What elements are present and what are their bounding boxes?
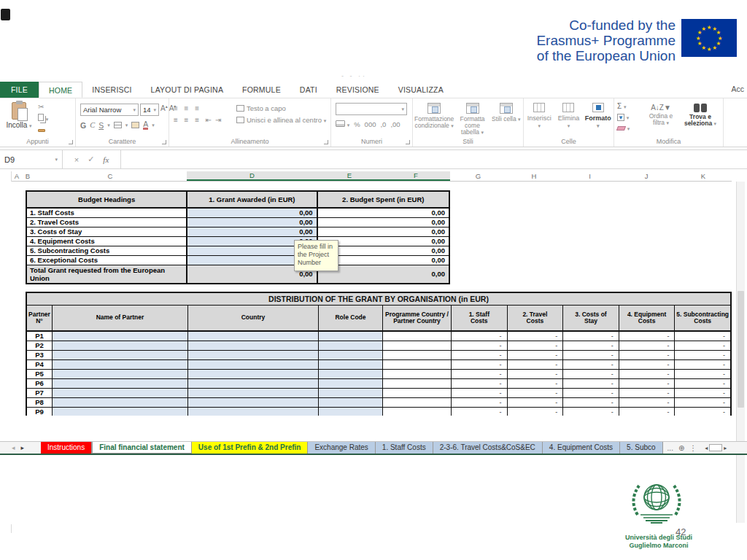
equipment-costs-cell[interactable]: - bbox=[619, 389, 676, 397]
column-header[interactable]: D bbox=[187, 171, 317, 181]
cancel-button[interactable]: × bbox=[74, 155, 79, 164]
ribbon-tab[interactable]: DATI bbox=[290, 82, 327, 98]
staff-costs-cell[interactable]: - bbox=[452, 351, 508, 359]
equipment-costs-cell[interactable]: - bbox=[619, 370, 676, 378]
format-button[interactable]: Formato▾ bbox=[584, 102, 612, 136]
borders-icon[interactable] bbox=[114, 122, 122, 128]
country-cell[interactable] bbox=[188, 379, 319, 388]
ribbon-tab[interactable]: INSERISCI bbox=[82, 82, 141, 98]
programme-country-cell[interactable] bbox=[383, 379, 452, 388]
travel-costs-cell[interactable]: - bbox=[508, 360, 564, 369]
font-color-button[interactable]: A bbox=[143, 120, 148, 130]
column-header[interactable]: A bbox=[12, 171, 22, 181]
insert-function-button[interactable]: fx bbox=[103, 155, 109, 164]
costs-of-stay-cell[interactable]: - bbox=[563, 370, 619, 378]
country-cell[interactable] bbox=[188, 341, 319, 350]
country-cell[interactable] bbox=[188, 408, 319, 416]
budget-heading-cell[interactable]: 2. Travel Costs bbox=[27, 218, 187, 227]
budget-heading-cell[interactable]: 1. Staff Costs bbox=[27, 209, 187, 217]
partner-number-cell[interactable]: P2 bbox=[27, 341, 53, 350]
partner-number-cell[interactable]: P3 bbox=[27, 351, 53, 359]
budget-heading-cell[interactable]: 6. Exceptional Costs bbox=[27, 256, 187, 265]
subcontracting-costs-cell[interactable]: - bbox=[675, 351, 730, 359]
partner-number-cell[interactable]: P7 bbox=[27, 389, 53, 397]
column-header[interactable]: E bbox=[317, 171, 382, 181]
vertical-scrollbar[interactable] bbox=[736, 182, 745, 523]
partner-number-cell[interactable]: P4 bbox=[27, 360, 53, 369]
grant-awarded-cell[interactable]: 0,00 bbox=[187, 218, 317, 227]
ribbon-tab[interactable]: FORMULE bbox=[233, 82, 290, 98]
format-as-table-button[interactable]: Formatta come tabella ▾ bbox=[457, 102, 487, 136]
programme-country-cell[interactable] bbox=[383, 370, 452, 378]
decrease-decimal-button[interactable]: ,00 bbox=[390, 120, 400, 128]
table-header-cell[interactable]: Role Code bbox=[319, 306, 383, 330]
sheet-tab[interactable]: 5. Subco bbox=[620, 442, 662, 454]
role-code-cell[interactable] bbox=[319, 379, 383, 388]
grant-awarded-cell[interactable]: 0,00 bbox=[187, 209, 317, 217]
sheet-tab[interactable]: Final financial statement bbox=[92, 442, 192, 454]
partner-name-cell[interactable] bbox=[53, 360, 188, 369]
column-header[interactable]: C bbox=[34, 171, 187, 181]
horizontal-scrollbar[interactable]: ◂ ▸ bbox=[705, 444, 727, 451]
bold-button[interactable]: G bbox=[80, 121, 86, 130]
sheet-tab[interactable]: 4. Equipment Costs bbox=[543, 442, 620, 454]
programme-country-cell[interactable] bbox=[383, 408, 452, 416]
role-code-cell[interactable] bbox=[319, 351, 383, 359]
cut-button[interactable]: ✂ bbox=[38, 103, 48, 111]
costs-of-stay-cell[interactable]: - bbox=[563, 332, 619, 341]
table-header-cell[interactable]: 1. Staff Costs bbox=[452, 306, 508, 330]
country-cell[interactable] bbox=[188, 398, 319, 407]
find-select-button[interactable]: Trova eseleziona ▾ bbox=[683, 103, 718, 127]
tab-scroll-left-icon[interactable]: ◂ bbox=[12, 444, 15, 451]
comma-style-button[interactable]: 000 bbox=[365, 120, 376, 128]
costs-of-stay-cell[interactable]: - bbox=[563, 389, 619, 397]
table-header-cell[interactable]: 1. Grant Awarded (in EUR) bbox=[187, 192, 317, 207]
column-header[interactable]: H bbox=[506, 171, 562, 181]
equipment-costs-cell[interactable]: - bbox=[619, 351, 676, 359]
costs-of-stay-cell[interactable]: - bbox=[563, 341, 619, 350]
travel-costs-cell[interactable]: - bbox=[508, 332, 564, 341]
font-name-select[interactable]: Arial Narrow▾ bbox=[80, 104, 139, 116]
partner-number-cell[interactable]: P6 bbox=[27, 379, 53, 388]
new-sheet-button[interactable]: ⊕ bbox=[678, 444, 684, 452]
number-format-select[interactable]: ▾ bbox=[336, 103, 407, 115]
partner-name-cell[interactable] bbox=[53, 379, 188, 388]
paste-button[interactable]: Incolla ▾ bbox=[4, 102, 34, 129]
column-header[interactable]: B bbox=[22, 171, 34, 181]
partner-name-cell[interactable] bbox=[53, 341, 188, 350]
table-header-cell[interactable]: Country bbox=[188, 306, 319, 330]
partner-name-cell[interactable] bbox=[53, 389, 188, 397]
costs-of-stay-cell[interactable]: - bbox=[563, 351, 619, 359]
country-cell[interactable] bbox=[188, 351, 319, 359]
indent-buttons[interactable]: ⇤ ⇥ bbox=[206, 116, 222, 124]
equipment-costs-cell[interactable]: - bbox=[619, 341, 676, 350]
staff-costs-cell[interactable]: - bbox=[452, 408, 508, 416]
role-code-cell[interactable] bbox=[319, 398, 383, 407]
staff-costs-cell[interactable]: - bbox=[452, 389, 508, 397]
sheet-tab[interactable]: 2-3-6. Travel Costs&CoS&EC bbox=[433, 442, 543, 454]
travel-costs-cell[interactable]: - bbox=[508, 351, 564, 359]
country-cell[interactable] bbox=[188, 332, 319, 341]
underline-button[interactable]: S bbox=[98, 121, 104, 130]
conditional-formatting-button[interactable]: Formattazione condizionale ▾ bbox=[414, 102, 454, 136]
clear-button[interactable]: ▾ bbox=[617, 124, 630, 133]
partner-name-cell[interactable] bbox=[53, 332, 188, 341]
equipment-costs-cell[interactable]: - bbox=[619, 332, 676, 341]
costs-of-stay-cell[interactable]: - bbox=[563, 360, 619, 369]
staff-costs-cell[interactable]: - bbox=[452, 332, 508, 341]
sheet-tab[interactable]: Exchange Rates bbox=[308, 442, 375, 454]
programme-country-cell[interactable] bbox=[383, 398, 452, 407]
subcontracting-costs-cell[interactable]: - bbox=[675, 379, 730, 388]
country-cell[interactable] bbox=[188, 360, 319, 369]
ribbon-tab[interactable]: LAYOUT DI PAGINA bbox=[142, 82, 233, 98]
budget-spent-cell[interactable]: 0,00 bbox=[318, 218, 449, 227]
subcontracting-costs-cell[interactable]: - bbox=[675, 398, 730, 407]
dialog-launcher-icon[interactable] bbox=[69, 140, 73, 144]
fill-button[interactable]: ▼ ▾ bbox=[617, 113, 630, 122]
column-header[interactable]: J bbox=[618, 171, 675, 181]
scroll-right-icon[interactable]: ▸ bbox=[724, 445, 727, 451]
costs-of-stay-cell[interactable]: - bbox=[563, 408, 619, 416]
tab-scroll-right-icon[interactable]: ▸ bbox=[21, 444, 25, 451]
travel-costs-cell[interactable]: - bbox=[508, 398, 564, 407]
increase-decimal-button[interactable]: ,0 bbox=[380, 120, 386, 128]
